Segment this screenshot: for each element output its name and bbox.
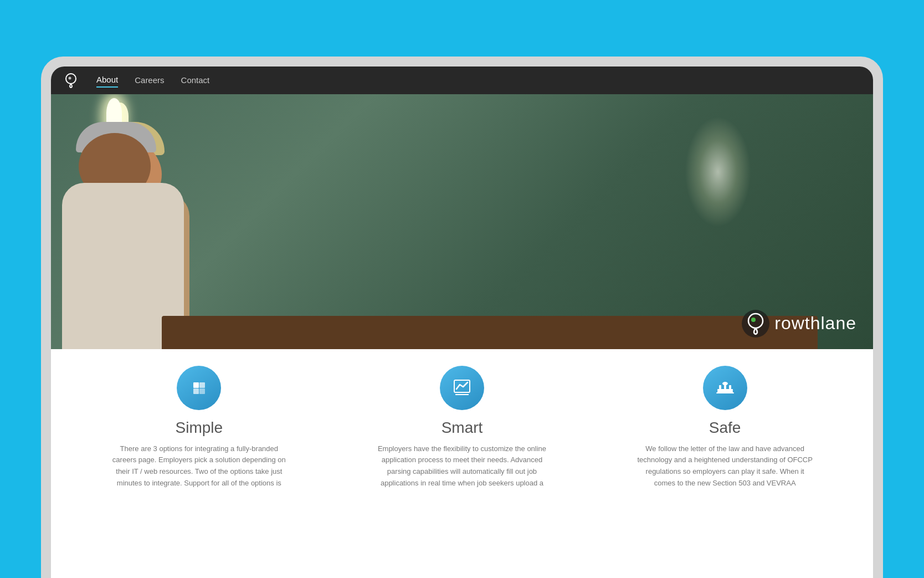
svg-rect-12 (723, 383, 727, 385)
svg-rect-5 (193, 382, 199, 388)
cube-icon (188, 377, 210, 399)
svg-rect-13 (717, 389, 733, 391)
navigation: About Careers Contact (51, 67, 873, 94)
simple-title: Simple (176, 419, 223, 437)
hero-brand-text: rowthlane (774, 313, 856, 334)
features-section: Simple There are 3 options for integrati… (51, 349, 873, 500)
chart-icon (451, 377, 473, 399)
nav-logo[interactable] (62, 71, 80, 89)
svg-rect-8 (199, 388, 205, 394)
smart-text: Employers have the flexibility to custom… (373, 443, 551, 489)
nav-contact[interactable]: Contact (181, 73, 210, 87)
feature-smart: Smart Employers have the flexibility to … (336, 366, 588, 489)
safe-title: Safe (709, 419, 741, 437)
svg-point-1 (69, 76, 71, 79)
feature-safe: Safe We follow the letter of the law and… (599, 366, 851, 489)
svg-rect-14 (719, 385, 721, 389)
tablet-frame: About Careers Contact (41, 57, 883, 579)
feature-simple: Simple There are 3 options for integrati… (73, 366, 325, 489)
svg-rect-16 (729, 385, 731, 389)
smart-title: Smart (442, 419, 483, 437)
hero-background: rowthlane (51, 94, 873, 349)
capitol-icon (714, 377, 736, 399)
svg-rect-6 (199, 382, 205, 388)
nav-about[interactable]: About (96, 73, 118, 88)
simple-text: There are 3 options for integrating a fu… (110, 443, 288, 489)
hero-section: rowthlane (51, 94, 873, 349)
nav-careers[interactable]: Careers (135, 73, 164, 87)
svg-rect-7 (193, 388, 199, 394)
desk (162, 316, 818, 349)
tablet-screen: About Careers Contact (51, 67, 873, 579)
safe-text: We follow the letter of the law and have… (636, 443, 814, 489)
svg-rect-17 (717, 391, 733, 392)
svg-point-4 (751, 318, 756, 322)
hero-brand-logo: rowthlane (741, 309, 856, 338)
nav-links: About Careers Contact (96, 73, 209, 88)
smart-icon-wrap (440, 366, 484, 410)
svg-rect-18 (716, 392, 734, 393)
safe-icon-wrap (703, 366, 747, 410)
svg-rect-15 (724, 385, 726, 389)
simple-icon-wrap (177, 366, 221, 410)
